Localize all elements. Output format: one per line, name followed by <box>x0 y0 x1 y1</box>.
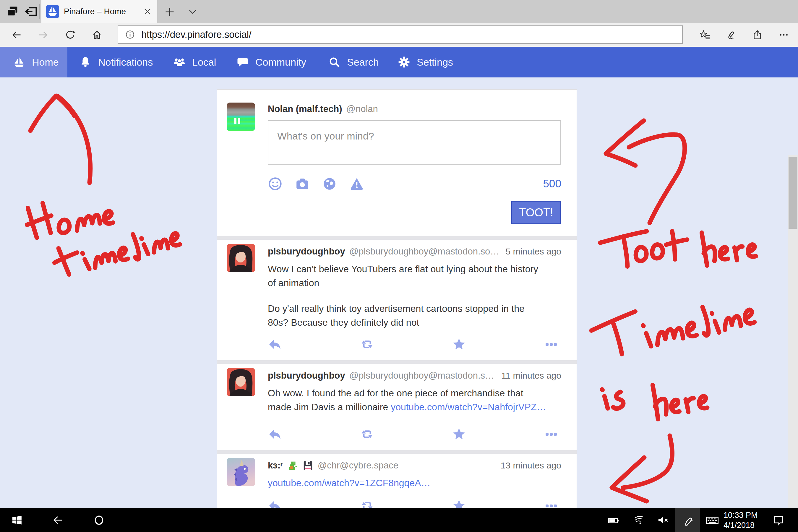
browser-address-bar: https://dev.pinafore.social/ <box>0 23 798 47</box>
section-divider <box>217 450 577 454</box>
section-divider <box>217 360 577 364</box>
avatar <box>227 458 255 486</box>
close-tab-icon[interactable] <box>143 7 152 16</box>
camera-icon[interactable] <box>295 176 310 191</box>
timeline-post[interactable]: plsburydoughboy @plsburydoughboy@mastodo… <box>217 364 577 450</box>
nav-item-community[interactable]: Community <box>236 47 306 77</box>
windows-ink-icon[interactable] <box>675 508 700 532</box>
reply-icon[interactable] <box>268 427 282 441</box>
cortana-circle-icon[interactable] <box>89 508 109 532</box>
floppy-disk-emoji <box>302 460 314 471</box>
wifi-icon[interactable] <box>629 508 650 532</box>
tab-list-chevron-icon[interactable] <box>188 8 197 16</box>
reply-icon[interactable] <box>268 499 282 508</box>
nav-item-home[interactable]: Home <box>13 47 59 77</box>
url-field[interactable]: https://dev.pinafore.social/ <box>118 25 683 44</box>
timeline-post[interactable]: kз:ʳ <box>217 454 577 508</box>
forward-icon[interactable] <box>38 30 49 40</box>
taskbar-clock[interactable]: 10:33 PM 4/1/2018 <box>723 508 758 532</box>
nav-label: Local <box>192 56 216 68</box>
pinafore-favicon <box>46 5 59 18</box>
plsburydoughboy-avatar-image <box>227 244 255 272</box>
avatar <box>227 102 255 131</box>
ellipsis-icon[interactable] <box>544 337 558 352</box>
nav-label: Community <box>255 56 306 68</box>
ellipsis-icon[interactable] <box>544 499 558 508</box>
boost-icon[interactable] <box>360 427 374 441</box>
restore-tabs-icon[interactable] <box>25 5 38 18</box>
nav-item-settings[interactable]: Settings <box>398 47 453 77</box>
post-text: Do y'all really think toy advertisement … <box>268 302 561 329</box>
emoji-icon[interactable] <box>268 176 283 191</box>
post-timestamp[interactable]: 11 minutes ago <box>501 370 561 381</box>
magnifier-icon <box>328 56 341 68</box>
dragon-emoji <box>287 460 298 471</box>
post-display-name[interactable]: plsburydoughboy <box>268 246 345 257</box>
refresh-icon[interactable] <box>65 30 76 40</box>
section-divider <box>217 236 577 240</box>
favorite-icon[interactable] <box>452 427 466 441</box>
back-icon[interactable] <box>11 30 22 40</box>
nav-label: Notifications <box>98 56 153 68</box>
url-text: https://dev.pinafore.social/ <box>141 29 251 40</box>
muted-speaker-icon[interactable] <box>652 508 674 532</box>
content-warning-icon[interactable] <box>349 176 364 191</box>
boost-icon[interactable] <box>360 499 374 508</box>
scrollbar-thumb[interactable] <box>788 157 797 229</box>
windows-start-icon[interactable] <box>6 508 27 532</box>
share-icon[interactable] <box>752 30 762 40</box>
globe-icon[interactable] <box>322 176 337 191</box>
scrollbar[interactable] <box>788 155 798 508</box>
web-notes-icon[interactable] <box>726 30 737 40</box>
post-actions <box>268 499 558 508</box>
nav-label: Search <box>347 56 379 68</box>
reply-icon[interactable] <box>268 337 282 352</box>
action-center-icon[interactable] <box>767 508 790 532</box>
compose-input[interactable] <box>268 120 561 165</box>
favorite-icon[interactable] <box>452 499 466 508</box>
nav-item-search[interactable]: Search <box>328 47 379 77</box>
taskbar-time: 10:33 PM <box>723 510 758 520</box>
post-actions <box>268 337 558 352</box>
timeline-post[interactable]: plsburydoughboy @plsburydoughboy@mastodo… <box>217 240 577 360</box>
back-arrow-icon[interactable] <box>47 508 68 532</box>
post-handle: @plsburydoughboy@mastodon.s… <box>349 370 494 381</box>
compose-display-name: Nolan (malf.tech) <box>268 104 342 114</box>
post-display-name[interactable]: kз:ʳ <box>268 460 283 471</box>
favorite-icon[interactable] <box>452 337 466 352</box>
nav-item-local[interactable]: Local <box>173 47 216 77</box>
sailboat-icon <box>13 56 25 68</box>
browser-tab[interactable]: Pinafore – Home <box>41 0 157 23</box>
post-text: youtube.com/watch?v=1ZCF8ngqeA… <box>268 476 561 490</box>
post-link[interactable]: youtube.com/watch?v=NahfojrVPZ… <box>391 402 546 412</box>
post-handle: @chr@cybre.space <box>318 460 398 471</box>
post-timestamp[interactable]: 13 minutes ago <box>501 460 561 471</box>
post-display-name[interactable]: plsburydoughboy <box>268 370 345 381</box>
people-icon <box>173 56 186 68</box>
set-aside-tabs-icon[interactable] <box>6 5 19 18</box>
post-header: kз:ʳ <box>268 460 561 471</box>
touch-keyboard-icon[interactable] <box>701 508 723 532</box>
avatar <box>227 244 255 272</box>
nav-item-notifications[interactable]: Notifications <box>79 47 153 77</box>
site-info-icon[interactable] <box>125 30 135 39</box>
battery-icon[interactable] <box>603 508 624 532</box>
post-handle: @plsburydoughboy@mastodon.so… <box>349 246 499 257</box>
home-icon[interactable] <box>92 30 102 40</box>
post-timestamp[interactable]: 5 minutes ago <box>506 247 561 256</box>
more-options-icon[interactable] <box>779 30 789 40</box>
chat-bubble-icon <box>236 56 249 68</box>
pinafore-nav: Home Notifications Local Community <box>0 47 798 77</box>
post-text: Wow I can't believe YouTubers are flat o… <box>268 262 561 290</box>
toot-button[interactable]: TOOT! <box>511 201 561 224</box>
glitch-avatar-image <box>227 102 255 131</box>
compose-toolbar: 500 <box>268 176 561 191</box>
post-text: Oh wow. I found the ad for the one piece… <box>268 386 561 414</box>
boost-icon[interactable] <box>360 337 374 352</box>
ellipsis-icon[interactable] <box>544 427 558 441</box>
new-tab-icon[interactable] <box>164 6 175 17</box>
plsburydoughboy-avatar-image <box>227 368 255 396</box>
avatar <box>227 368 255 396</box>
favorites-hub-icon[interactable] <box>700 30 710 40</box>
post-link[interactable]: youtube.com/watch?v=1ZCF8ngqeA… <box>268 478 431 488</box>
